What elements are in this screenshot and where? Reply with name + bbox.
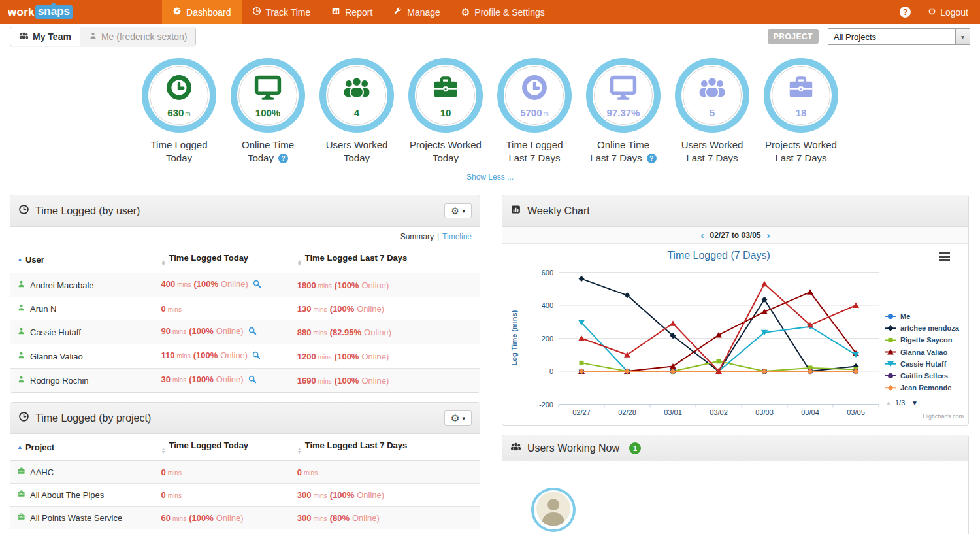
legend-item-glanna-valiao[interactable]: Glanna Valiao xyxy=(885,348,947,356)
users-working-count-badge: 1 xyxy=(629,442,641,454)
view-screenshots-icon[interactable] xyxy=(252,350,261,362)
chevron-down-icon[interactable]: ▾ xyxy=(955,29,970,44)
column-header-time-logged-today[interactable]: ▲▼Time Logged Today xyxy=(156,246,292,273)
legend-prev-page-icon[interactable]: ▲ xyxy=(885,399,892,407)
x-tick-label: 02/28 xyxy=(618,409,636,416)
user-silhouette-icon xyxy=(536,492,570,528)
by-user-settings-button[interactable]: ⚙ ▾ xyxy=(444,203,472,218)
by-project-settings-button[interactable]: ⚙ ▾ xyxy=(444,410,472,426)
person-icon xyxy=(89,31,97,42)
stat-circle[interactable]: 5700m xyxy=(497,58,572,133)
person-icon xyxy=(17,303,25,314)
project-select-value: All Projects xyxy=(828,32,955,42)
sort-both-icon: ▲▼ xyxy=(161,259,166,266)
online-percent: (100% xyxy=(193,350,218,360)
online-percent: (100% xyxy=(189,513,214,523)
minutes-value: 1690 xyxy=(297,376,316,386)
time-last7days-cell: 130mins(100%Online) xyxy=(292,297,480,320)
next-week-button[interactable]: › xyxy=(767,230,770,240)
time-today-cell: 120mins(100%Online) xyxy=(156,529,292,534)
legend-item-me[interactable]: Me xyxy=(885,312,910,320)
tab-my-team[interactable]: My Team xyxy=(10,27,80,46)
time-today-cell: 400mins(100%Online) xyxy=(156,273,292,297)
view-screenshots-icon[interactable] xyxy=(252,279,262,291)
column-header-time-logged-last-7-days[interactable]: ▲▼Time Logged Last 7 Days xyxy=(292,434,480,461)
row-name[interactable]: Cassie Hutaff xyxy=(30,327,81,337)
stat-value: 18 xyxy=(796,107,807,118)
row-name[interactable]: All About The Pipes xyxy=(30,490,104,500)
minutes-value: 0 xyxy=(161,467,166,477)
show-less-wrap: Show Less ... xyxy=(0,171,980,182)
column-header-time-logged-last-7-days[interactable]: ▲▼Time Logged Last 7 Days xyxy=(292,246,480,273)
table-row: AAHC0mins0mins xyxy=(10,461,480,484)
stat-circle[interactable]: 630m xyxy=(142,58,216,133)
minutes-value: 130 xyxy=(297,304,312,314)
online-label: Online) xyxy=(216,513,244,523)
row-name[interactable]: Andrei Macabale xyxy=(30,280,94,290)
legend-item-rigette-saycon[interactable]: Rigette Saycon xyxy=(885,336,953,344)
chart-context-menu-button[interactable] xyxy=(939,252,950,262)
nav-item-dashboard[interactable]: Dashboard xyxy=(162,0,242,24)
nav-item-profile-settings[interactable]: ⚙Profile & Settings xyxy=(451,0,555,24)
show-less-link[interactable]: Show Less ... xyxy=(466,173,514,182)
people-icon xyxy=(698,73,727,105)
stat-circle[interactable]: 18 xyxy=(764,58,838,133)
worksnaps-logo[interactable]: work snaps xyxy=(0,0,80,24)
column-header-user[interactable]: ▲User xyxy=(10,246,156,273)
prev-week-button[interactable]: ‹ xyxy=(700,230,704,240)
top-navbar: work snaps DashboardTrack TimeReportMana… xyxy=(0,0,980,24)
minutes-value: 1200 xyxy=(297,352,316,361)
row-name[interactable]: Glanna Valiao xyxy=(30,352,83,361)
legend-item-caitlin-sellers[interactable]: Caitlin Sellers xyxy=(885,372,948,380)
view-screenshots-icon[interactable] xyxy=(248,375,257,386)
online-label: Online) xyxy=(357,490,384,500)
nav-item-report[interactable]: Report xyxy=(321,0,383,24)
chevron-down-icon: ▾ xyxy=(462,208,465,214)
timeline-view-link[interactable]: Timeline xyxy=(442,232,472,241)
person-icon xyxy=(17,280,25,290)
stat-circle[interactable]: 100% xyxy=(231,58,305,133)
stat-circle[interactable]: 10 xyxy=(408,58,483,133)
stat-circle[interactable]: 4 xyxy=(319,58,394,133)
view-divider: | xyxy=(437,232,439,241)
legend-item-artchee-mendoza[interactable]: artchee mendoza xyxy=(885,324,960,332)
sort-both-icon: ▲▼ xyxy=(297,447,302,454)
row-name[interactable]: Arun N xyxy=(30,304,56,314)
help-icon[interactable]: ? xyxy=(278,154,288,163)
legend-item-cassie-hutaff[interactable]: Cassie Hutaff xyxy=(885,360,947,368)
stat-value: 4 xyxy=(354,107,359,118)
chart-icon xyxy=(331,7,340,18)
weekly-chart-header: Weekly Chart xyxy=(502,195,968,227)
row-name[interactable]: All Points Waste Service xyxy=(30,513,122,523)
view-screenshots-icon[interactable] xyxy=(248,326,257,338)
sort-asc-icon: ▲ xyxy=(17,256,23,263)
minutes-value: 0 xyxy=(161,304,166,314)
left-column: Time Logged (by user) ⚙ ▾ Summary | Time… xyxy=(10,195,480,534)
working-user-avatar[interactable] xyxy=(531,488,576,532)
stat-label: Online TimeToday ? xyxy=(242,139,294,164)
nav-item-label: Profile & Settings xyxy=(474,7,544,18)
row-name[interactable]: AAHC xyxy=(30,467,54,477)
minutes-value: 400 xyxy=(161,279,176,289)
stat-circle[interactable]: 97.37% xyxy=(586,58,661,133)
online-label: Online) xyxy=(221,279,248,289)
series-cassie-hutaff[interactable] xyxy=(578,320,859,375)
tab-me[interactable]: Me (frederick sexton) xyxy=(80,27,195,46)
legend-item-jean-remonde[interactable]: Jean Remonde xyxy=(885,384,951,392)
column-header-project[interactable]: ▲Project xyxy=(10,434,156,461)
help-icon[interactable]: ? xyxy=(647,154,657,163)
name-cell: Andrei Macabale xyxy=(10,273,156,297)
weekly-chart-title: Weekly Chart xyxy=(527,205,590,217)
nav-item-track-time[interactable]: Track Time xyxy=(242,0,321,24)
by-project-table: ▲Project▲▼Time Logged Today▲▼Time Logged… xyxy=(10,434,480,534)
column-header-time-logged-today[interactable]: ▲▼Time Logged Today xyxy=(156,434,292,461)
legend-next-page-icon[interactable]: ▼ xyxy=(911,399,918,407)
online-label: Online) xyxy=(361,280,389,290)
row-name[interactable]: Rodrigo Rochin xyxy=(30,376,89,386)
logout-button[interactable]: Logout xyxy=(928,7,968,18)
help-icon[interactable]: ? xyxy=(900,7,911,18)
project-select[interactable]: All Projects ▾ xyxy=(828,28,970,45)
time-today-cell: 0mins xyxy=(156,297,292,320)
nav-item-manage[interactable]: Manage xyxy=(383,0,451,24)
stat-circle[interactable]: 5 xyxy=(675,58,749,133)
